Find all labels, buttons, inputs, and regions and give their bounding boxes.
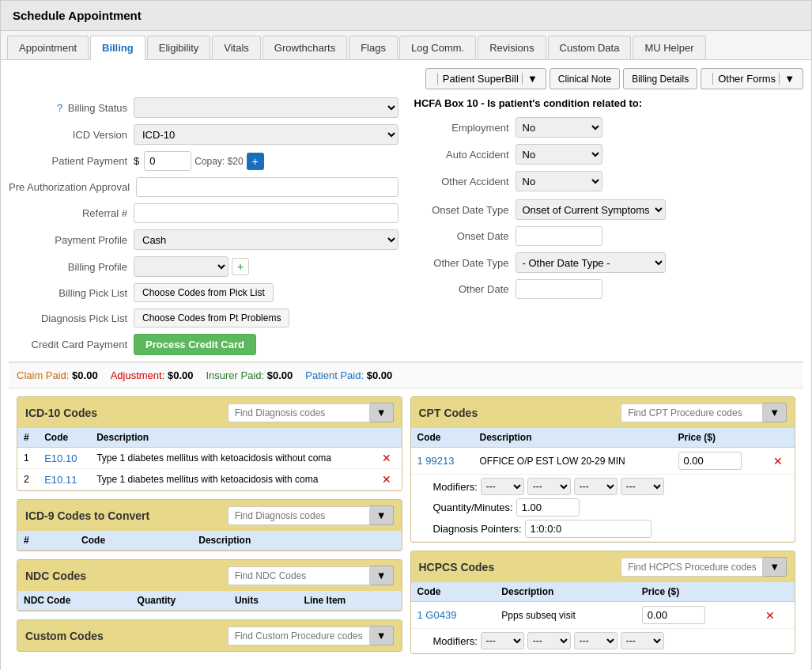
table-row: 1 99213 OFFICE O/P EST LOW 20-29 MIN ✕: [411, 448, 795, 475]
custom-panel: Custom Codes ▼: [17, 619, 402, 652]
icd9-col-code: Code: [75, 531, 192, 551]
icd10-find-input[interactable]: [228, 403, 370, 422]
other-date-type-select[interactable]: - Other Date Type -: [516, 252, 666, 273]
hcpcs-row1-price[interactable]: [642, 606, 705, 624]
table-row: 1 E10.10 Type 1 diabetes mellitus with k…: [17, 448, 402, 469]
tab-billing[interactable]: Billing: [90, 36, 145, 60]
cpt-row1-price[interactable]: [678, 452, 742, 470]
icd10-row2-code[interactable]: E10.11: [44, 474, 77, 486]
hcpcs-modifier-select-1[interactable]: ---: [481, 632, 524, 649]
auto-accident-select[interactable]: No: [516, 144, 602, 165]
icd10-row2-desc: Type 1 diabetes mellitus with ketoacidos…: [90, 469, 376, 490]
hcpcs-modifier-select-2[interactable]: ---: [527, 632, 571, 649]
other-forms-button[interactable]: Other Forms ▼: [701, 68, 803, 89]
modifier-select-4[interactable]: ---: [621, 478, 664, 495]
copay-add-button[interactable]: +: [247, 153, 264, 170]
billing-pick-list-row: Billing Pick List Choose Codes from Pick…: [9, 283, 398, 302]
modifier-select-1[interactable]: ---: [481, 478, 524, 495]
billing-pick-list-button[interactable]: Choose Codes from Pick List: [134, 283, 274, 302]
cpt-find-button[interactable]: ▼: [763, 403, 787, 422]
patient-superbill-button[interactable]: Patient SuperBill ▼: [425, 68, 546, 89]
process-credit-card-button[interactable]: Process Credit Card: [134, 334, 256, 355]
hcpcs-find-input[interactable]: [621, 558, 763, 577]
onset-date-type-select[interactable]: Onset of Current Symptoms o: [516, 199, 666, 220]
diagnosis-pick-list-button[interactable]: Choose Codes from Pt Problems: [134, 309, 289, 327]
auto-accident-row: Auto Accident No: [414, 144, 804, 165]
icd10-row1-code[interactable]: E10.10: [44, 452, 77, 464]
billing-status-select[interactable]: [134, 97, 398, 118]
modifier-select-2[interactable]: ---: [527, 478, 571, 495]
hcpcs-panel: HCPCS Codes ▼ Code Description Price ($): [410, 551, 796, 654]
hcpcs-modifier-selects: --- --- --- ---: [481, 632, 664, 649]
other-date-type-label: Other Date Type: [414, 257, 509, 269]
tab-mu-helper[interactable]: MU Helper: [633, 36, 705, 59]
icd9-find-input[interactable]: [228, 506, 370, 525]
cpt-row1-desc: OFFICE O/P EST LOW 20-29 MIN: [473, 448, 671, 475]
tab-revisions[interactable]: Revisions: [478, 36, 546, 59]
payment-profile-select[interactable]: Cash: [134, 229, 398, 250]
table-row: 2 E10.11 Type 1 diabetes mellitus with k…: [17, 469, 402, 490]
tab-vitals[interactable]: Vitals: [212, 36, 261, 59]
hcpcs-find-button[interactable]: ▼: [763, 557, 787, 577]
icd9-header: ICD-9 Codes to Convert ▼: [17, 500, 402, 531]
cpt-panel: CPT Codes ▼ Code Description Price ($): [410, 396, 796, 543]
referral-row: Referral #: [9, 203, 398, 223]
tab-custom-data[interactable]: Custom Data: [548, 36, 632, 59]
ndc-col-code: NDC Code: [17, 591, 131, 611]
tab-appointment[interactable]: Appointment: [7, 36, 89, 59]
tab-growthcharts[interactable]: Growthcharts: [262, 36, 347, 59]
tab-eligibility[interactable]: Eligibility: [147, 36, 211, 59]
hcpcs-row1-delete[interactable]: ✕: [765, 609, 775, 622]
hcpcs-find-wrap: ▼: [621, 557, 787, 577]
hcpcs-modifier-select-3[interactable]: ---: [574, 632, 617, 649]
cpt-row1-code[interactable]: 1 99213: [417, 455, 455, 467]
patient-payment-label: Patient Payment: [9, 155, 127, 167]
ndc-find-input[interactable]: [228, 566, 370, 585]
custom-find-button[interactable]: ▼: [370, 626, 394, 645]
icd10-title: ICD-10 Codes: [25, 407, 97, 419]
billing-profile-add-button[interactable]: +: [232, 258, 249, 275]
quantity-input[interactable]: [516, 498, 580, 517]
patient-payment-input[interactable]: [144, 151, 191, 171]
custom-find-input[interactable]: [228, 626, 370, 645]
cpt-row1-delete[interactable]: ✕: [773, 455, 783, 467]
tab-log-comm[interactable]: Log Comm.: [399, 36, 476, 59]
icd10-row2-delete[interactable]: ✕: [382, 473, 391, 486]
onset-date-row: Onset Date: [414, 226, 804, 246]
billing-profile-select[interactable]: [134, 256, 228, 277]
payment-profile-row: Payment Profile Cash: [9, 229, 398, 250]
code-panels: ICD-10 Codes ▼ # Code Description: [9, 388, 803, 662]
icd9-find-button[interactable]: ▼: [370, 505, 394, 525]
ndc-col-units: Units: [228, 591, 298, 611]
hcpcs-row1-code[interactable]: 1 G0439: [417, 609, 457, 621]
icd10-header: ICD-10 Codes ▼: [17, 397, 402, 428]
employment-select[interactable]: No: [516, 117, 602, 138]
credit-card-label: Credit Card Payment: [9, 339, 127, 350]
ndc-find-button[interactable]: ▼: [370, 566, 394, 585]
cpt-modifiers-row: Modifiers: --- --- --- ---: [411, 475, 795, 542]
clinical-note-button[interactable]: Clinical Note: [550, 68, 620, 89]
other-forms-dropdown-icon[interactable]: ▼: [779, 73, 795, 85]
other-date-input[interactable]: [516, 279, 602, 299]
employment-row: Employment No: [414, 117, 804, 138]
modifier-select-3[interactable]: ---: [574, 478, 617, 495]
tab-flags[interactable]: Flags: [349, 36, 398, 59]
pre-auth-input[interactable]: [136, 177, 398, 197]
hcpcs-table: Code Description Price ($) 1 G0439 Ppps …: [411, 582, 795, 653]
cpt-header: CPT Codes ▼: [411, 397, 795, 428]
icd-version-select[interactable]: ICD-10: [134, 124, 398, 145]
onset-date-input[interactable]: [516, 226, 602, 246]
cpt-find-input[interactable]: [621, 403, 763, 422]
hcpcs-col-desc: Description: [495, 582, 635, 602]
diagnosis-pointers-input[interactable]: [525, 520, 651, 538]
icd10-row1-num: 1: [17, 448, 38, 469]
dropdown-arrow-icon[interactable]: ▼: [522, 73, 538, 85]
hcpcs-modifier-select-4[interactable]: ---: [621, 632, 664, 649]
referral-input[interactable]: [134, 203, 398, 223]
other-accident-select[interactable]: No: [516, 171, 602, 191]
onset-date-type-label: Onset Date Type: [414, 204, 509, 216]
icd10-row1-delete[interactable]: ✕: [382, 452, 391, 464]
other-accident-row: Other Accident No: [414, 171, 804, 191]
icd10-find-button[interactable]: ▼: [370, 403, 394, 422]
billing-details-button[interactable]: Billing Details: [623, 68, 697, 89]
